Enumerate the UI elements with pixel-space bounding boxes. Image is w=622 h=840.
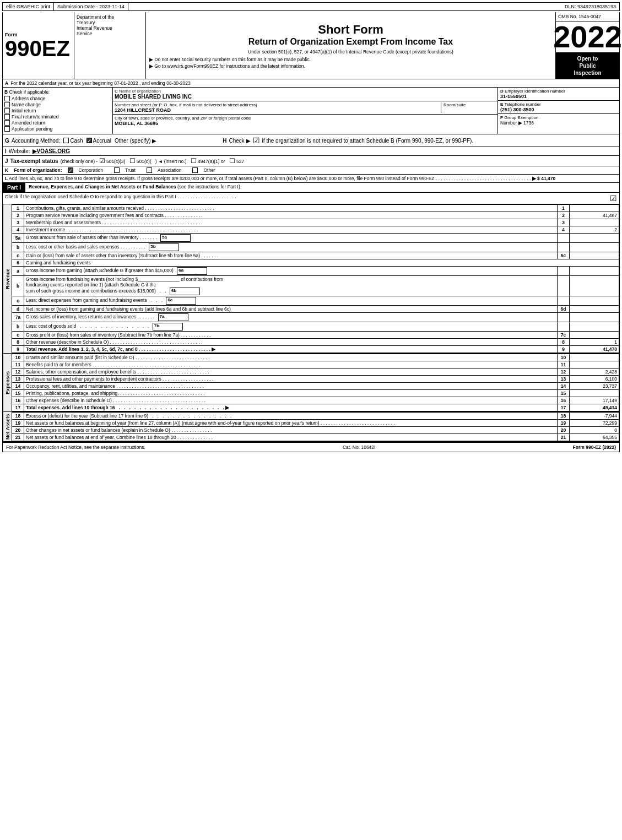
- line-12-val: 2,428: [570, 368, 619, 376]
- line-11-val: [570, 361, 619, 368]
- line-9-ref: 9: [558, 346, 570, 353]
- line-11-desc: Benefits paid to or for members . . . . …: [24, 361, 558, 368]
- cb-address-change[interactable]: Address change: [4, 96, 111, 101]
- k-other: Other: [203, 167, 215, 173]
- table-row: 12 Salaries, other compensation, and emp…: [12, 368, 619, 376]
- line-9-num: 9: [12, 346, 24, 353]
- table-row: 17 Total expenses. Add lines 10 through …: [12, 404, 619, 411]
- table-row: d Net income or (loss) from gaming and f…: [12, 306, 619, 313]
- cb-initial-return[interactable]: Initial return: [4, 108, 111, 113]
- cb-application-pending[interactable]: Application pending: [4, 126, 111, 132]
- line-9-val: 41,470: [570, 346, 619, 353]
- line-1-desc: Contributions, gifts, grants, and simila…: [24, 205, 558, 212]
- line-16-desc: Other expenses (describe in Schedule O) …: [24, 397, 558, 404]
- line-6a-num: a: [12, 267, 24, 276]
- table-row: c Less: direct expenses from gaming and …: [12, 296, 619, 306]
- line-10-num: 10: [12, 354, 24, 361]
- h-desc: if the organization is not required to a…: [262, 138, 474, 144]
- cb-amended-return-label: Amended return: [12, 120, 45, 126]
- line-5b-num: b: [12, 243, 24, 252]
- line-15-desc: Printing, publications, postage, and shi…: [24, 390, 558, 397]
- line-18-desc: Excess or (deficit) for the year (Subtra…: [24, 413, 558, 420]
- cb-cash[interactable]: [63, 138, 69, 143]
- line-7b-val: [570, 322, 619, 332]
- table-row: b Less: cost or other basis and sales ex…: [12, 243, 619, 252]
- line-19-ref: 19: [558, 420, 570, 427]
- i-url[interactable]: ▶VOASE.ORG: [33, 148, 71, 154]
- table-row: 10 Grants and similar amounts paid (list…: [12, 354, 619, 361]
- l-row: L Add lines 5b, 6c, and 7b to line 9 to …: [2, 175, 620, 183]
- k-trust: Trust: [125, 167, 136, 173]
- c-name-label: C Name of organization: [115, 89, 496, 94]
- section-a-label: A: [5, 80, 8, 86]
- cb-amended-return[interactable]: Amended return: [4, 120, 111, 126]
- revenue-section: Revenue 1 Contributions, gifts, grants, …: [2, 204, 620, 354]
- line-6d-desc: Net income or (loss) from gaming and fun…: [24, 306, 558, 313]
- line-16-val: 17,149: [570, 397, 619, 404]
- table-row: a Gross income from gaming (attach Sched…: [12, 267, 619, 276]
- line-17-num: 17: [12, 404, 24, 411]
- table-row: b Gross income from fundraising events (…: [12, 276, 619, 296]
- room-suite-label: Room/suite: [443, 102, 496, 107]
- cb-accrual[interactable]: ✓: [86, 138, 92, 143]
- line-7a-desc: Gross sales of inventory, less returns a…: [24, 313, 558, 322]
- line-8-val: 1: [570, 339, 619, 346]
- cb-name-change[interactable]: Name change: [4, 102, 111, 107]
- line-16-ref: 16: [558, 397, 570, 404]
- line-7c-num: c: [12, 332, 24, 339]
- cb-application-pending-label: Application pending: [12, 126, 52, 132]
- line-6b-val: [570, 276, 619, 296]
- line-8-desc: Other revenue (describe in Schedule O) .…: [24, 339, 558, 346]
- k-row: K Form of organization: ✓ Corporation Tr…: [2, 166, 620, 175]
- line-20-ref: 20: [558, 427, 570, 434]
- line-17-ref: 17: [558, 404, 570, 411]
- line-14-desc: Occupancy, rent, utilities, and maintena…: [24, 383, 558, 390]
- line-18-ref: 18: [558, 413, 570, 420]
- line-7c-desc: Gross profit or (loss) from sales of inv…: [24, 332, 558, 339]
- cb-assoc[interactable]: [147, 167, 152, 173]
- j-text: (check only one) - ☑ 501(c)(3) ☐ 501(c)(…: [61, 157, 245, 165]
- cb-other-org[interactable]: [192, 167, 198, 173]
- l-text: Add lines 5b, 6c, and 7b to line 9 to de…: [9, 176, 531, 181]
- line-3-num: 3: [12, 219, 24, 226]
- revenue-table-content: 1 Contributions, gifts, grants, and simi…: [12, 204, 619, 353]
- g-title: Accounting Method:: [12, 138, 60, 144]
- line-6d-val: [570, 306, 619, 313]
- dln: DLN: 93492318035193: [561, 3, 619, 10]
- cb-trust[interactable]: [114, 167, 120, 173]
- org-name: MOBILE SHARED LIVING INC: [115, 94, 496, 100]
- city-value: MOBILE, AL 36695: [115, 121, 496, 126]
- b-title: Check if applicable:: [9, 89, 50, 95]
- line-4-num: 4: [12, 226, 24, 234]
- j-row: J Tax-exempt status (check only one) - ☑…: [2, 156, 620, 166]
- form-number: 990EZ: [5, 37, 72, 59]
- line-14-ref: 14: [558, 383, 570, 390]
- line-2-num: 2: [12, 212, 24, 219]
- line-7a-ref: [558, 313, 570, 322]
- line-6b-desc: Gross income from fundraising events (no…: [24, 276, 558, 296]
- line-4-ref: 4: [558, 226, 570, 234]
- cb-corp[interactable]: ✓: [68, 167, 73, 173]
- address-value: 1204 HILLCREST ROAD: [115, 107, 435, 113]
- cb-address-change-box: [4, 96, 10, 101]
- cb-initial-return-box: [4, 108, 10, 113]
- line-6a-val: [570, 267, 619, 276]
- line-19-num: 19: [12, 420, 24, 427]
- line-7b-num: b: [12, 322, 24, 332]
- line-2-desc: Program service revenue including govern…: [24, 212, 558, 219]
- table-row: 5a Gross amount from sale of assets othe…: [12, 234, 619, 243]
- line-6c-val: [570, 296, 619, 306]
- net-assets-table: 18 Excess or (deficit) for the year (Sub…: [12, 412, 619, 441]
- line-15-val: [570, 390, 619, 397]
- cb-final-return-label: Final return/terminated: [12, 114, 59, 120]
- line-14-num: 14: [12, 383, 24, 390]
- section-b: B Check if applicable: Address change Na…: [3, 88, 113, 134]
- bcde-row: B Check if applicable: Address change Na…: [2, 88, 620, 134]
- table-row: 20 Other changes in net assets or fund b…: [12, 427, 619, 434]
- l-arrow: ▶ $ 41,470: [532, 176, 555, 181]
- line-19-val: 72,299: [570, 420, 619, 427]
- cb-final-return[interactable]: Final return/terminated: [4, 114, 111, 120]
- line-21-num: 21: [12, 434, 24, 441]
- line-5a-ref: [558, 234, 570, 243]
- line-15-ref: 15: [558, 390, 570, 397]
